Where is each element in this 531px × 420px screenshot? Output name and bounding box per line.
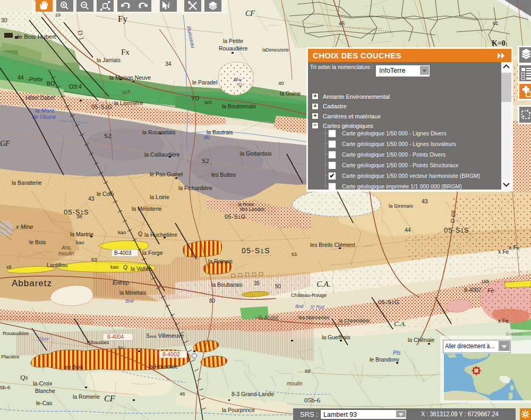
svg-text:x Mine: x Mine [15, 224, 33, 230]
svg-text:Qs: Qs [20, 373, 28, 381]
svg-text:moulin: moulin [58, 251, 74, 256]
svg-text:St André: St André [258, 315, 278, 321]
svg-text:Rouaudière: Rouaudière [219, 45, 247, 52]
svg-text:44: 44 [405, 227, 411, 233]
svg-text:46: 46 [179, 391, 185, 397]
svg-text:C.A.: C.A. [394, 320, 406, 328]
svg-text:51: 51 [292, 251, 297, 257]
svg-text:les Breils Clément: les Breils Clément [310, 242, 355, 248]
svg-text:de l'Aune: de l'Aune [32, 114, 56, 120]
svg-text:kao: kao [110, 264, 118, 270]
svg-text:la Bautrais: la Bautrais [207, 129, 233, 135]
svg-text:Bné: Bné [295, 304, 304, 309]
svg-text:Hôtel Dabel: Hôtel Dabel [25, 95, 55, 101]
svg-text:la Caillaudière: la Caillaudière [144, 151, 180, 158]
svg-text:05-S1G: 05-S1G [91, 104, 113, 110]
svg-text:sch: sch [122, 89, 131, 95]
svg-text:8-4004: 8-4004 [107, 334, 124, 340]
svg-text:la-Croix: la-Croix [33, 380, 53, 387]
svg-text:le-Cas: le-Cas [36, 400, 52, 406]
svg-text:la Loirie: la Loirie [150, 194, 169, 200]
svg-text:kao: kao [76, 239, 84, 245]
svg-text:52: 52 [238, 83, 242, 88]
svg-text:Q: Q [138, 230, 142, 237]
svg-text:la Martrie: la Martrie [70, 231, 93, 237]
svg-text:40: 40 [278, 80, 284, 86]
svg-text:la Mare: la Mare [35, 107, 55, 114]
svg-text:Fluor: Fluor [38, 336, 50, 341]
svg-text:la Rousselais: la Rousselais [142, 129, 175, 135]
svg-text:le Brandony: le Brandony [370, 356, 400, 363]
svg-text:la Méloiterie: la Méloiterie [132, 205, 162, 212]
svg-text:43: 43 [422, 198, 428, 204]
svg-text:des Landes: des Landes [240, 207, 265, 212]
svg-text:kao: kao [118, 229, 126, 235]
svg-text:S2: S2 [104, 132, 112, 140]
svg-text:K=0:: K=0: [492, 39, 507, 47]
svg-text:la Gueffrais: la Gueffrais [322, 334, 350, 340]
svg-text:Bné: Bné [125, 298, 134, 304]
svg-text:30: 30 [1, 17, 7, 23]
svg-text:la Boutonnais: la Boutonnais [222, 103, 256, 109]
svg-text:43: 43 [88, 195, 95, 202]
svg-text:-Porte: -Porte [28, 76, 43, 82]
svg-text:63: 63 [91, 256, 97, 262]
svg-text:Lantillou: Lantillou [47, 262, 67, 268]
svg-text:Placière: Placière [1, 354, 19, 359]
svg-text:la Petite: la Petite [223, 38, 243, 44]
svg-text:les Buttes: les Buttes [211, 172, 236, 178]
svg-text:le Paradel: le Paradel [192, 79, 217, 85]
svg-text:la Boubarais: la Boubarais [211, 281, 242, 288]
svg-text:la Minetais: la Minetais [119, 289, 146, 296]
svg-text:la Rainais: la Rainais [208, 258, 233, 264]
svg-text:8-4002: 8-4002 [162, 351, 180, 357]
svg-text:le Coin: le Coin [97, 191, 114, 197]
svg-text:05-S1S: 05-S1S [64, 208, 89, 216]
svg-text:la Pourprince: la Pourprince [222, 407, 255, 413]
svg-text:Entrep.: Entrep. [113, 279, 131, 286]
svg-text:165: 165 [481, 279, 489, 284]
svg-text:la Godardais: la Godardais [240, 150, 272, 157]
svg-text:les Nonneries: les Nonneries [298, 314, 329, 320]
svg-text:Anc.: Anc. [61, 245, 72, 251]
svg-text:YO: YO [191, 95, 199, 101]
svg-text:sch: sch [204, 100, 212, 105]
svg-text:80: 80 [209, 298, 216, 304]
svg-text:D 69: D 69 [449, 210, 457, 223]
svg-text:la Romerie: la Romerie [73, 393, 100, 400]
svg-text:68: 68 [305, 368, 311, 374]
svg-text:Q: Q [123, 264, 127, 270]
svg-text:Fx: Fx [121, 48, 130, 56]
svg-text:la Houssaie: la Houssaie [149, 363, 178, 370]
svg-text:S2: S2 [202, 157, 209, 165]
svg-text:34: 34 [165, 61, 172, 67]
svg-text:Fy: Fy [118, 14, 127, 24]
svg-text:la Chevrolière: la Chevrolière [339, 318, 370, 323]
svg-text:C.A.: C.A. [316, 280, 331, 288]
svg-text:i: i [168, 2, 170, 10]
svg-text:05-S1G: 05-S1G [378, 299, 399, 305]
svg-text:la Huchetière: la Huchetière [144, 232, 177, 238]
svg-text:la Jarriais: la Jarriais [97, 57, 121, 63]
svg-text:05-S1S: 05-S1S [242, 246, 270, 255]
svg-text:BO: BO [47, 80, 55, 87]
svg-text:Pts: Pts [393, 350, 400, 356]
svg-text:la Baratterie: la Baratterie [12, 179, 42, 186]
svg-text:le Bois: le Bois [29, 239, 46, 245]
svg-text:la Girenais: la Girenais [389, 203, 413, 209]
svg-text:Rouaudière: Rouaudière [3, 330, 29, 336]
svg-text:le Bois Hubert: le Bois Hubert [18, 33, 56, 40]
svg-text:laDeneuzerie: laDeneuzerie [262, 47, 289, 53]
svg-text:44: 44 [18, 74, 24, 81]
svg-text:S! Ruz: S! Ruz [310, 304, 325, 310]
svg-text:moulin: moulin [287, 381, 303, 387]
svg-text:B-4003: B-4003 [114, 250, 132, 256]
svg-text:la Fichardière: la Fichardière [178, 185, 212, 191]
svg-text:61: 61 [493, 20, 499, 26]
svg-text:la Maison Neuve: la Maison Neuve [109, 74, 151, 81]
svg-text:Fe: Fe [487, 287, 494, 294]
svg-text:GF: GF [0, 140, 10, 148]
svg-text:Abbaretz: Abbaretz [12, 278, 52, 288]
svg-text:la Chênaie: la Chênaie [408, 337, 434, 343]
svg-text:CF: CF [104, 394, 115, 403]
